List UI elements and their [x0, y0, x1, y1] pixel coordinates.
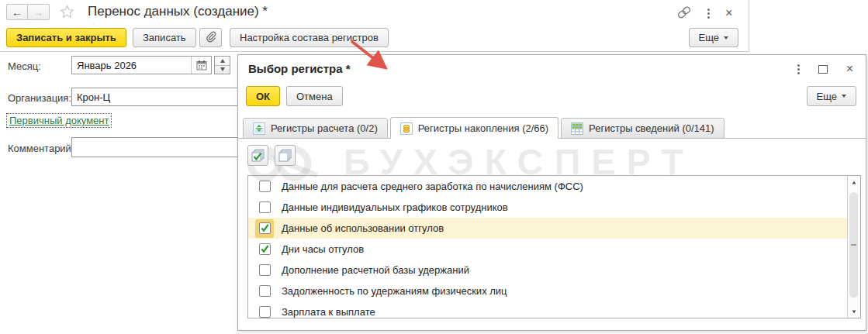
list-item-label: Дни часы отгулов: [282, 243, 364, 255]
dialog-close-icon[interactable]: ×: [846, 64, 853, 74]
chevron-down-icon: [724, 36, 728, 40]
list-item[interactable]: Данные об использовании отгулов: [248, 218, 847, 239]
organization-field: [71, 88, 265, 106]
link-icon[interactable]: [676, 5, 692, 22]
more-button-label: Еще: [699, 32, 719, 43]
comment-field: [71, 137, 265, 157]
tab-label: Регистры накопления (2/66): [418, 122, 548, 134]
coins-icon: [400, 122, 413, 135]
list-item[interactable]: Данные для расчета среднего заработка по…: [248, 176, 847, 197]
check-all-button[interactable]: [247, 145, 268, 166]
list-item[interactable]: Задолженность по удержаниям физических л…: [248, 281, 847, 301]
tab-accumulation-registers[interactable]: Регистры накопления (2/66): [390, 117, 558, 139]
uncheck-all-button[interactable]: [275, 145, 296, 166]
scrollbar-thumb[interactable]: [849, 192, 858, 298]
save-button[interactable]: Записать: [133, 28, 196, 47]
attachment-button[interactable]: [199, 28, 222, 47]
more-button-dialog[interactable]: Еще: [807, 86, 856, 106]
main-window-header: ← → Перенос данных (создание) * × Записа…: [0, 0, 749, 52]
forward-button[interactable]: →: [28, 4, 50, 20]
row-checkbox[interactable]: [255, 303, 274, 319]
save-close-button[interactable]: Записать и закрыть: [6, 28, 126, 47]
register-list: Данные для расчета среднего заработка по…: [247, 175, 861, 319]
table-grid-icon: [571, 122, 583, 135]
back-button[interactable]: ←: [6, 4, 28, 20]
calendar-icon: [196, 60, 207, 71]
check-all-icon: [251, 148, 265, 163]
list-item[interactable]: Данные индивидуальных графиков сотрудник…: [248, 197, 847, 218]
row-checkbox[interactable]: [255, 177, 274, 196]
list-item[interactable]: Зарплата к выплате: [248, 301, 847, 319]
row-checkbox[interactable]: [255, 219, 274, 238]
organization-input[interactable]: [72, 88, 265, 105]
ok-button[interactable]: ОК: [246, 86, 280, 106]
row-checkbox[interactable]: [255, 198, 274, 217]
register-settings-button[interactable]: Настройка состава регистров: [230, 28, 389, 47]
calendar-button[interactable]: [191, 57, 211, 74]
more-button-label: Еще: [817, 91, 837, 102]
stepper-up-icon[interactable]: [220, 59, 225, 63]
more-button-main[interactable]: Еще: [689, 28, 738, 47]
list-item-label: Зарплата к выплате: [282, 306, 375, 318]
list-item-label: Задолженность по удержаниям физических л…: [282, 285, 507, 297]
page-title: Перенос данных (создание) *: [88, 4, 268, 19]
month-stepper[interactable]: [214, 56, 230, 74]
dialog-menu-icon[interactable]: [797, 64, 800, 74]
scrollbar-grip: [851, 244, 856, 246]
paperclip-icon: [205, 30, 216, 45]
list-item[interactable]: Дополнение расчетной базы удержаний: [248, 260, 847, 281]
cancel-button[interactable]: Отмена: [286, 86, 343, 106]
scroll-up-button[interactable]: [848, 176, 860, 188]
favorite-star-icon[interactable]: [60, 5, 74, 21]
list-item-label: Данные об использовании отгулов: [282, 222, 444, 234]
row-checkbox[interactable]: [255, 261, 274, 280]
tab-calc-registers[interactable]: Регистры расчета (0/2): [243, 118, 388, 139]
month-input[interactable]: [72, 57, 191, 74]
list-item-label: Данные для расчета среднего заработка по…: [282, 181, 583, 192]
register-list-rows: Данные для расчета среднего заработка по…: [248, 176, 847, 319]
register-tabs: Регистры расчета (0/2) Регистры накоплен…: [243, 117, 727, 139]
tab-label: Регистры сведений (0/141): [589, 122, 714, 134]
back-arrow-icon: ←: [12, 6, 22, 19]
row-checkbox[interactable]: [255, 282, 274, 301]
month-label: Месяц:: [8, 60, 41, 72]
forward-arrow-icon: →: [33, 6, 44, 19]
list-item-label: Данные индивидуальных графиков сотрудник…: [282, 201, 508, 213]
scroll-down-button[interactable]: [848, 305, 860, 318]
list-item[interactable]: Дни часы отгулов: [248, 239, 847, 260]
scroll-up-icon: [852, 181, 856, 184]
window-menu-icon[interactable]: [707, 9, 710, 19]
list-scrollbar[interactable]: [847, 176, 860, 318]
row-checkbox[interactable]: [255, 240, 274, 259]
register-select-dialog: Выбор регистра * × ОК Отмена Еще Регистр…: [237, 54, 866, 331]
maximize-icon[interactable]: [818, 65, 828, 74]
tab-label: Регистры расчета (0/2): [271, 122, 378, 134]
calc-register-icon: [253, 122, 265, 135]
dialog-title: Выбор регистра *: [248, 62, 351, 75]
comment-label: Комментарий:: [8, 143, 74, 154]
close-icon[interactable]: ×: [725, 8, 732, 19]
scroll-down-icon: [852, 310, 856, 313]
organization-label: Организация:: [8, 92, 71, 104]
stepper-down-icon[interactable]: [220, 67, 225, 71]
month-field: [71, 56, 212, 74]
uncheck-all-icon: [278, 148, 292, 163]
list-item-label: Дополнение расчетной базы удержаний: [282, 264, 469, 276]
comment-input[interactable]: [72, 138, 265, 157]
primary-document-link[interactable]: Первичный документ: [6, 113, 112, 128]
nav-history-group: ← →: [6, 4, 50, 20]
tab-info-registers[interactable]: Регистры сведений (0/141): [561, 118, 724, 139]
chevron-down-icon: [842, 95, 846, 98]
